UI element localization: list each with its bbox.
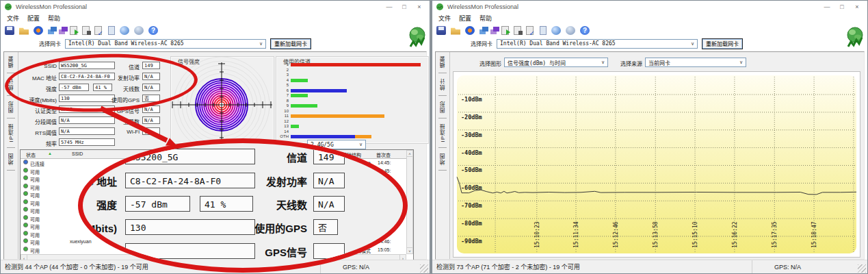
channel-bar-11 bbox=[291, 114, 384, 118]
ap-row-status[interactable]: 可用 bbox=[30, 216, 40, 223]
channel-bar-6 bbox=[291, 89, 347, 92]
source-select[interactable]: 当前网卡 ∨ bbox=[645, 58, 746, 67]
resize-grip[interactable] bbox=[858, 264, 866, 273]
chevron-down-icon: ∨ bbox=[255, 41, 263, 47]
network-computers-blue-icon[interactable] bbox=[48, 29, 54, 34]
signal-time-chart: -10dBm-20dBm-30dBm-40dBm-50dBm-60dBm-70d… bbox=[453, 71, 860, 260]
tab-map[interactable]: 地图 bbox=[439, 153, 447, 165]
callout-rvalue-4 bbox=[313, 243, 345, 259]
ap-row-status[interactable]: 可用 bbox=[30, 169, 40, 175]
channel-bar-4 bbox=[291, 79, 308, 82]
tab-map[interactable]: 地图 bbox=[8, 153, 15, 165]
record-icon[interactable] bbox=[34, 26, 43, 35]
menu-bar: 文件 配置 帮助 bbox=[1, 13, 430, 23]
reload-adapter-button[interactable]: 重新加载网卡 bbox=[270, 38, 311, 49]
ap-row-status[interactable]: 可用 bbox=[30, 232, 40, 238]
ap-row-first-seen[interactable]: 14:45: bbox=[378, 160, 391, 165]
save-icon[interactable] bbox=[5, 26, 14, 35]
import-page-icon[interactable] bbox=[82, 26, 90, 35]
ap-row-ssid[interactable]: xuexiyuan bbox=[70, 239, 92, 244]
tab-ip-connections[interactable]: IP连接 bbox=[439, 123, 447, 142]
field-r-label-4: GPS信号 bbox=[64, 107, 140, 114]
open-folder-icon[interactable] bbox=[451, 26, 460, 35]
maximize-button[interactable]: □ bbox=[835, 3, 849, 10]
svg-text:-10dBm: -10dBm bbox=[461, 96, 482, 103]
status-dot bbox=[23, 168, 28, 173]
menu-file[interactable]: 文件 bbox=[7, 14, 19, 23]
note-icon[interactable] bbox=[540, 26, 547, 35]
help-icon[interactable] bbox=[148, 26, 158, 35]
field-r-value-2: N/A bbox=[142, 84, 160, 91]
ap-row-first-seen[interactable]: 15:05: bbox=[378, 247, 391, 252]
reload-adapter-button[interactable]: 重新加载网卡 bbox=[702, 38, 743, 49]
ap-row-status[interactable]: 可用 bbox=[30, 208, 40, 214]
minimize-button[interactable]: — bbox=[820, 3, 834, 10]
wirelessmon-logo bbox=[845, 26, 865, 49]
web-info-icon[interactable] bbox=[566, 26, 575, 35]
scroll-down-arrow[interactable]: ˅ bbox=[406, 247, 413, 254]
ap-row-status[interactable]: 可用 bbox=[30, 176, 40, 183]
open-folder-icon[interactable] bbox=[19, 26, 29, 35]
network-computers-purple-icon[interactable] bbox=[490, 29, 497, 34]
record-icon[interactable] bbox=[465, 26, 475, 35]
ap-row-status[interactable]: 可用 bbox=[30, 223, 40, 230]
close-button[interactable]: × bbox=[412, 3, 426, 10]
maximize-button[interactable]: □ bbox=[397, 3, 411, 10]
web-globe-icon[interactable] bbox=[551, 26, 561, 35]
col-first-seen[interactable]: 首次查 bbox=[376, 151, 391, 158]
network-computers-purple-icon[interactable] bbox=[59, 29, 65, 34]
graph-select-value: 信号强度(dBm) 与时间 bbox=[508, 59, 566, 66]
field-label-1: MAC 地址 bbox=[0, 74, 57, 82]
tab-statistics[interactable]: 统计 bbox=[439, 78, 447, 90]
chevron-down-icon: ∨ bbox=[687, 41, 694, 47]
ap-row-status[interactable]: 可用 bbox=[30, 192, 40, 199]
wirelessmon-window-graphs: WirelessMon Professional — □ × 文件 配置 帮助 bbox=[432, 0, 868, 274]
ap-row-status[interactable]: 已连接 bbox=[30, 160, 44, 167]
verify-page-icon[interactable] bbox=[94, 26, 102, 35]
graph-select[interactable]: 信号强度(dBm) 与时间 ∨ bbox=[504, 58, 608, 67]
field-label-2: 强度 bbox=[0, 85, 57, 92]
web-info-icon[interactable] bbox=[134, 26, 144, 35]
titlebar[interactable]: WirelessMon Professional — □ × bbox=[432, 1, 867, 13]
menu-config[interactable]: 配置 bbox=[27, 14, 40, 23]
import-page-icon[interactable] bbox=[514, 26, 521, 35]
field-r-value-0: 149 bbox=[142, 62, 160, 69]
ap-row-status[interactable]: 可用 bbox=[30, 184, 40, 191]
export-page-icon[interactable] bbox=[501, 26, 509, 35]
ap-row-status[interactable]: 可用 bbox=[30, 247, 40, 254]
titlebar[interactable]: WirelessMon Professional — □ × bbox=[1, 1, 430, 13]
menu-file[interactable]: 文件 bbox=[438, 14, 451, 23]
channel-bar-OTH bbox=[291, 135, 371, 138]
menu-help[interactable]: 帮助 bbox=[479, 14, 492, 23]
field-r-value-1: N/A bbox=[142, 73, 160, 80]
close-button[interactable]: × bbox=[850, 3, 864, 10]
scroll-up-arrow[interactable]: ˄ bbox=[406, 150, 413, 157]
field-r-label-1: 发射功率 bbox=[64, 74, 140, 82]
field-r-label-3: 使用的GPS bbox=[64, 96, 140, 103]
graph-select-label: 选择图形 bbox=[453, 60, 501, 67]
svg-text:-30dBm: -30dBm bbox=[461, 132, 482, 138]
resize-grip[interactable] bbox=[420, 264, 428, 273]
minimize-button[interactable]: — bbox=[382, 3, 396, 10]
help-icon[interactable] bbox=[580, 26, 590, 35]
adapter-select[interactable]: Intel(R) Dual Band Wireless-AC 8265 ∨ bbox=[497, 39, 698, 49]
ap-row-status[interactable]: 可用 bbox=[30, 239, 40, 246]
tab-summary[interactable]: 摘要 bbox=[439, 55, 447, 68]
field-value-7: 5745 MHz bbox=[59, 138, 115, 146]
menu-help[interactable]: 帮助 bbox=[48, 14, 60, 23]
app-icon bbox=[4, 3, 12, 11]
export-page-icon[interactable] bbox=[70, 26, 77, 35]
col-status[interactable]: 状态 bbox=[26, 151, 36, 158]
adapter-select[interactable]: Intel(R) Dual Band Wireless-AC 8265 ∨ bbox=[65, 39, 266, 49]
tab-graphs[interactable]: 图形 bbox=[439, 101, 447, 113]
status-dot bbox=[23, 238, 28, 243]
col-ssid[interactable]: SSID bbox=[72, 151, 83, 156]
menu-config[interactable]: 配置 bbox=[459, 14, 471, 23]
network-computers-blue-icon[interactable] bbox=[479, 29, 486, 34]
note-icon[interactable] bbox=[108, 26, 115, 35]
save-icon[interactable] bbox=[436, 26, 446, 35]
ap-row-status[interactable]: 可用 bbox=[30, 200, 40, 207]
web-globe-icon[interactable] bbox=[120, 26, 129, 35]
verify-page-icon[interactable] bbox=[526, 26, 534, 35]
svg-text:15:10:23: 15:10:23 bbox=[534, 221, 540, 248]
